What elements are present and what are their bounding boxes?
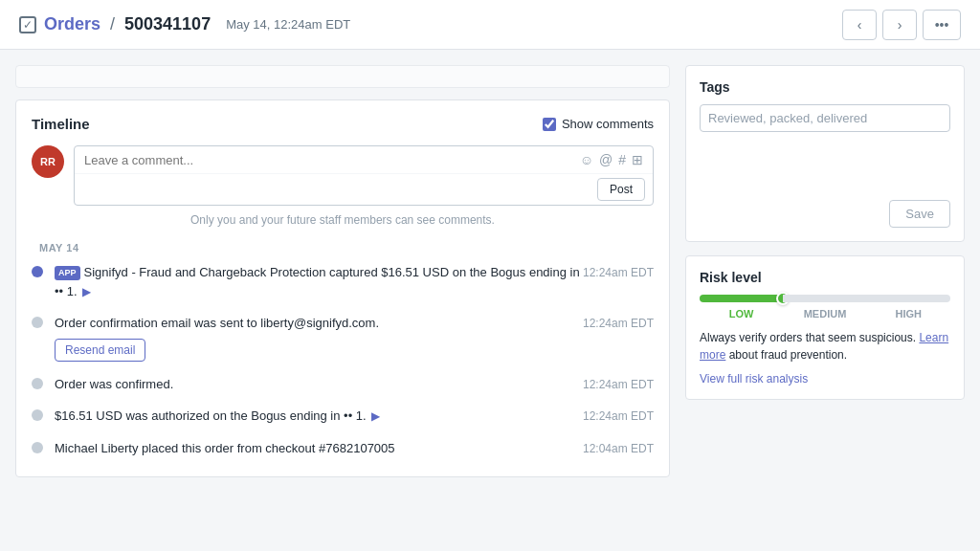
post-comment-button[interactable]: Post — [597, 178, 645, 201]
timeline-text: APPSignifyd - Fraud and Chargeback Prote… — [55, 263, 583, 300]
show-comments-checkbox[interactable] — [543, 118, 556, 131]
app-badge: APP — [55, 266, 80, 281]
partial-top-card — [15, 65, 670, 88]
comment-icons: ☺ @ # ⊞ — [580, 152, 643, 167]
timeline-dot — [32, 378, 43, 389]
timeline-content: Order confirmation email was sent to lib… — [55, 314, 654, 362]
timeline-item: Michael Liberty placed this order from c… — [32, 439, 654, 462]
save-tags-button[interactable]: Save — [889, 200, 950, 228]
side-column: Tags Save Risk level LOW MEDIUM HIGH Alw… — [685, 65, 965, 477]
timeline-time: 12:24am EDT — [583, 315, 654, 332]
timeline-item: Order confirmation email was sent to lib… — [32, 314, 654, 362]
page-layout: Timeline Show comments RR ☺ @ # — [0, 50, 980, 477]
timeline-date-label: MAY 14 — [39, 242, 654, 253]
timeline-text: Order confirmation email was sent to lib… — [55, 314, 379, 333]
prev-order-button[interactable]: ‹ — [842, 10, 877, 40]
timeline-item-row: $16.51 USD was authorized on the Bogus e… — [55, 407, 654, 426]
emoji-icon[interactable]: ☺ — [580, 152, 593, 167]
comment-row: RR ☺ @ # ⊞ Post — [32, 145, 654, 206]
next-order-button[interactable]: › — [882, 10, 917, 40]
more-actions-button[interactable]: ••• — [923, 10, 961, 40]
timeline-time: 12:04am EDT — [583, 440, 654, 457]
risk-segment-low — [700, 295, 783, 302]
risk-description: Always verify orders that seem suspiciou… — [700, 329, 950, 364]
timeline-content: Michael Liberty placed this order from c… — [55, 439, 654, 458]
timeline-item-row: Order confirmation email was sent to lib… — [55, 314, 654, 333]
top-bar: Orders / 500341107 May 14, 12:24am EDT ‹… — [0, 0, 980, 50]
timeline-time: 12:24am EDT — [583, 408, 654, 425]
top-bar-actions: ‹ › ••• — [842, 10, 961, 40]
show-comments-label: Show comments — [562, 117, 654, 131]
risk-label-low: LOW — [700, 308, 783, 320]
tags-input[interactable] — [700, 104, 950, 132]
timeline-item: Order was confirmed. 12:24am EDT — [32, 375, 654, 394]
order-number: 500341107 — [124, 14, 211, 34]
risk-segment-high — [867, 295, 950, 302]
comment-input[interactable] — [84, 153, 580, 167]
timeline-text: Order was confirmed. — [55, 375, 173, 394]
comment-input-inner: ☺ @ # ⊞ — [75, 146, 653, 173]
resend-email-button[interactable]: Resend email — [55, 339, 145, 362]
timeline-item: APPSignifyd - Fraud and Chargeback Prote… — [32, 263, 654, 300]
timeline-item-row: Order was confirmed. 12:24am EDT — [55, 375, 654, 394]
timeline-content: $16.51 USD was authorized on the Bogus e… — [55, 407, 654, 426]
timeline-text: Michael Liberty placed this order from c… — [55, 439, 395, 458]
timeline-dot — [32, 442, 43, 453]
risk-card: Risk level LOW MEDIUM HIGH Always verify… — [685, 255, 965, 400]
order-checkbox-icon — [19, 16, 36, 33]
timeline-header: Timeline Show comments — [32, 116, 654, 132]
timeline-title: Timeline — [32, 116, 90, 132]
timeline-time: 12:24am EDT — [583, 264, 654, 281]
order-timestamp: May 14, 12:24am EDT — [226, 17, 350, 32]
risk-bar — [700, 295, 950, 302]
tags-card: Tags Save — [685, 65, 965, 242]
timeline-dot — [32, 317, 43, 328]
timeline-text: $16.51 USD was authorized on the Bogus e… — [55, 407, 380, 426]
timeline-dot-blue — [32, 266, 43, 277]
breadcrumb: Orders / 500341107 May 14, 12:24am EDT — [19, 14, 350, 34]
comment-hint: Only you and your future staff members c… — [32, 213, 654, 227]
comment-input-footer: Post — [75, 173, 653, 205]
hashtag-icon[interactable]: # — [618, 152, 626, 167]
breadcrumb-orders[interactable]: Orders — [44, 14, 100, 34]
show-comments-toggle[interactable]: Show comments — [543, 117, 654, 131]
risk-title: Risk level — [700, 270, 950, 285]
expand-link[interactable]: ▶ — [371, 409, 380, 423]
timeline-content: APPSignifyd - Fraud and Chargeback Prote… — [55, 263, 654, 300]
timeline-dot — [32, 409, 43, 421]
risk-labels: LOW MEDIUM HIGH — [700, 308, 950, 320]
timeline-item-row: APPSignifyd - Fraud and Chargeback Prote… — [55, 263, 654, 300]
breadcrumb-separator: / — [110, 14, 115, 34]
risk-label-medium: MEDIUM — [783, 308, 866, 320]
mention-icon[interactable]: @ — [599, 152, 612, 167]
tags-title: Tags — [700, 79, 950, 95]
timeline-time: 12:24am EDT — [583, 376, 654, 393]
expand-link[interactable]: ▶ — [82, 285, 91, 298]
timeline-item-row: Michael Liberty placed this order from c… — [55, 439, 654, 458]
tags-textarea[interactable] — [700, 140, 950, 197]
risk-segment-medium — [783, 295, 866, 302]
main-column: Timeline Show comments RR ☺ @ # — [15, 65, 670, 477]
avatar: RR — [32, 145, 64, 178]
timeline-card: Timeline Show comments RR ☺ @ # — [15, 99, 670, 477]
risk-label-high: HIGH — [867, 308, 950, 320]
timeline-content: Order was confirmed. 12:24am EDT — [55, 375, 654, 394]
attachment-icon[interactable]: ⊞ — [632, 152, 643, 167]
view-full-risk-link[interactable]: View full risk analysis — [700, 372, 808, 386]
timeline-item: $16.51 USD was authorized on the Bogus e… — [32, 407, 654, 426]
comment-input-box: ☺ @ # ⊞ Post — [74, 145, 654, 206]
